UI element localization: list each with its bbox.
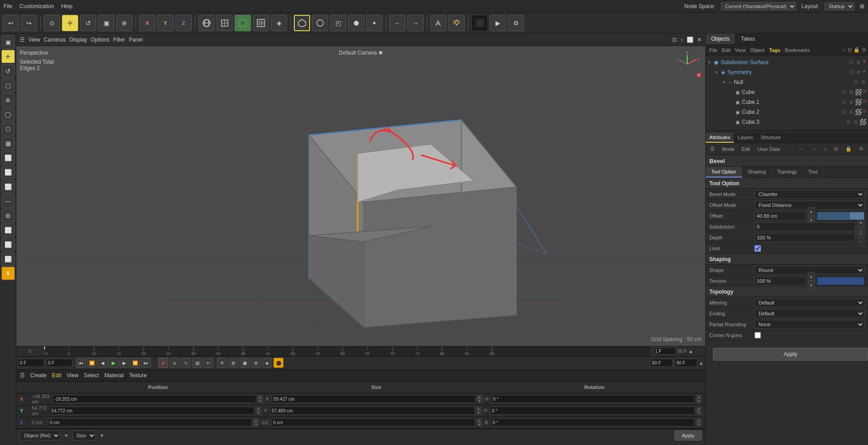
attr-search-icon[interactable]: ⌕ [821, 145, 830, 153]
apply-button[interactable]: Apply [675, 431, 702, 440]
render-btn[interactable]: ▶ [490, 15, 506, 31]
move-tool[interactable]: ✛ [62, 15, 78, 31]
loop-btn[interactable]: ↩ [203, 358, 213, 368]
x-pos-down[interactable]: ▼ [258, 399, 263, 403]
next-btn[interactable]: ▶ [119, 358, 129, 368]
size-apply-icon[interactable]: ▼ [99, 433, 104, 438]
z-pos-up[interactable]: ▲ [253, 418, 259, 422]
sidebar-tool1-btn[interactable]: ⊕ [1, 93, 15, 107]
play-btn[interactable]: ▶ [108, 358, 118, 368]
offset-up[interactable]: ▲ [808, 207, 815, 216]
keyframe-btn[interactable]: ⊙ [158, 358, 168, 368]
y-pos-up[interactable]: ▲ [256, 407, 261, 411]
z-pos-input[interactable] [48, 418, 252, 426]
object-btn[interactable] [217, 15, 233, 31]
corner-ngons-checkbox[interactable] [755, 332, 761, 338]
bottom-menu-create[interactable]: Create [30, 372, 47, 379]
sidebar-tool5-btn[interactable]: ⬜ [1, 151, 15, 164]
attr-lock-icon[interactable]: 🔒 [843, 145, 854, 153]
b-rot-up[interactable]: ▲ [696, 418, 702, 422]
sidebar-s-btn[interactable]: S [1, 267, 15, 280]
node-space-select[interactable]: Current (Standard/Physical) [721, 2, 796, 10]
timeline-expand-btn[interactable]: ▲ [689, 349, 693, 354]
tree-item-cube3[interactable]: ▶ ▣ Cube.3 ☐ ⊡ [706, 117, 868, 127]
tool-tab-tool[interactable]: Tool [803, 167, 823, 178]
z-axis-btn[interactable]: Z [175, 15, 192, 31]
attr-tab-attributes[interactable]: Attributes [706, 133, 734, 143]
y-size-down[interactable]: ▼ [476, 411, 481, 415]
mitering-select[interactable]: Default [755, 298, 864, 307]
x-pos-input[interactable] [52, 395, 256, 403]
transform-tool[interactable]: ⊕ [116, 15, 132, 31]
sidebar-select-btn[interactable]: ▣ [1, 35, 15, 49]
fcurve-btn[interactable]: ∿ [181, 358, 191, 368]
p-rot-down[interactable]: ▼ [696, 411, 702, 415]
timeline-btn4[interactable]: ⊛ [251, 358, 261, 368]
shaping-section-header[interactable]: Shaping [706, 254, 868, 265]
tension-input[interactable] [755, 276, 806, 286]
settings-icon[interactable]: ⚙ [862, 47, 866, 53]
current-frame-input[interactable] [653, 347, 676, 355]
snap-btn[interactable]: ◈ [271, 15, 287, 31]
viewport-close-btn[interactable]: ✕ [697, 37, 702, 43]
viewport-menu-hamburger[interactable]: ☰ [20, 37, 25, 43]
cube-mode-btn[interactable] [294, 15, 310, 31]
x-pos-up[interactable]: ▲ [258, 395, 263, 399]
y-pos-input[interactable] [50, 407, 255, 415]
paint-btn[interactable] [430, 15, 447, 31]
b-rot-input[interactable] [491, 418, 695, 426]
timeline-collapse-btn[interactable]: ▲ [699, 361, 703, 365]
sym-vis-btn[interactable]: ☐ [848, 69, 854, 75]
p-rot-input[interactable] [490, 407, 695, 415]
lock-icon[interactable]: 🔒 [854, 47, 860, 53]
tree-item-cube1[interactable]: ▶ ▣ Cube.1 ☐ ⊡ ⊙ [706, 97, 868, 107]
timeline-max-input[interactable] [675, 359, 697, 367]
viewport-menu-view[interactable]: View [28, 37, 40, 43]
viewport-menu-panel[interactable]: Panel [129, 37, 143, 43]
timeline-btn5[interactable]: ◈ [262, 358, 272, 368]
timeline-frame-input[interactable] [46, 359, 72, 367]
edge-mode-btn[interactable]: ⬣ [348, 15, 364, 31]
y-axis-btn[interactable]: Y [157, 15, 174, 31]
null-vis-btn[interactable]: ☐ [853, 79, 859, 85]
attr-toolbar-userdata[interactable]: User Data [755, 145, 783, 153]
viewport-3d[interactable]: Perspective Selected Total Edges 2 Defau… [16, 46, 705, 346]
cube1-vis-btn[interactable]: ☐ [841, 99, 847, 105]
subdiv-lock-btn[interactable]: ⊡ [855, 59, 862, 66]
redo-button[interactable]: ↪ [21, 15, 37, 31]
bottom-menu-edit[interactable]: Edit [52, 372, 61, 379]
settings-btn[interactable]: ⚙ [508, 15, 524, 31]
sidebar-tool7-btn[interactable]: ⬜ [1, 180, 15, 193]
tab-takes[interactable]: Takes [736, 33, 761, 44]
object-rel-select[interactable]: Object (Rel) [20, 431, 60, 440]
sidebar-tool9-btn[interactable]: ⊞ [1, 209, 15, 222]
tree-item-symmetry[interactable]: ▼ ◈ Symmetry ☐ ⊡ ✓ [706, 67, 868, 77]
attr-toolbar-hamburger[interactable]: ☰ [708, 145, 717, 153]
cube3-lock-btn[interactable]: ⊡ [853, 119, 859, 125]
tool-option-section-header[interactable]: Tool Option [706, 178, 868, 189]
attr-filter-icon[interactable]: ⊟ [831, 145, 841, 153]
timeline-start-input[interactable] [18, 359, 44, 367]
prev-btn[interactable]: ◀ [98, 358, 108, 368]
cube2-lock-btn[interactable]: ⊡ [848, 109, 854, 115]
menu-file[interactable]: File [4, 3, 12, 9]
rotate-tool[interactable]: ↺ [80, 15, 96, 31]
z-size-down[interactable]: ▼ [476, 422, 482, 426]
cube1-red-icon[interactable]: ⊙ [863, 99, 866, 105]
subdiv-vis-btn[interactable]: ☐ [848, 59, 854, 66]
sidebar-tool4-btn[interactable]: ▦ [1, 136, 15, 150]
right-menu-file[interactable]: File [708, 47, 719, 53]
attr-toolbar-edit[interactable]: Edit [739, 145, 753, 153]
arrow-right-btn[interactable]: → [407, 15, 424, 31]
world-btn[interactable] [198, 15, 215, 31]
search-icon[interactable]: ⌕ [843, 47, 846, 53]
render-preview-btn[interactable] [472, 15, 488, 31]
x-axis-btn[interactable]: X [139, 15, 156, 31]
bottom-menu-select[interactable]: Select [84, 372, 99, 379]
size-select[interactable]: Size [72, 431, 96, 440]
select-tool[interactable]: ⊙ [44, 15, 60, 31]
grid-btn[interactable] [253, 15, 269, 31]
arrow-left-btn[interactable]: ← [389, 15, 406, 31]
menu-help[interactable]: Help [61, 3, 72, 9]
attr-settings-icon[interactable]: ⚙ [856, 145, 866, 153]
